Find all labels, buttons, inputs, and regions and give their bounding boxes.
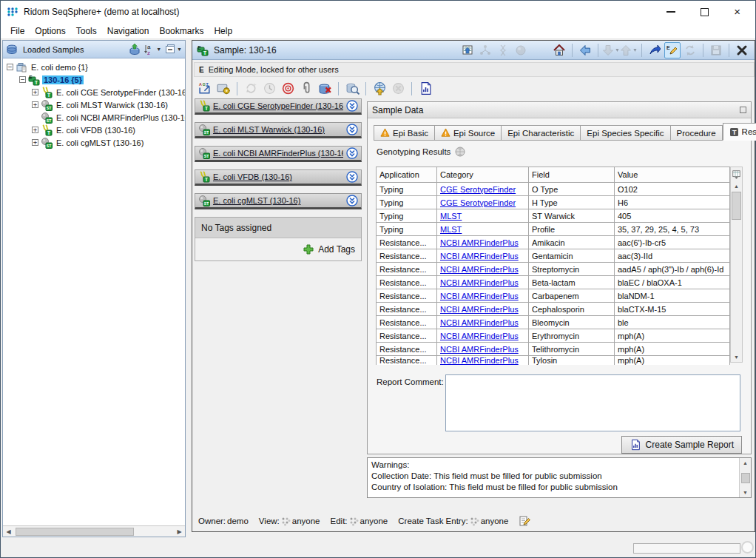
expand-expander-icon[interactable]: + xyxy=(32,89,38,95)
tree-view-button[interactable] xyxy=(477,42,493,58)
table-row[interactable]: TypingCGE SerotypeFinderO TypeO102 xyxy=(377,183,730,196)
chevron-double-down-icon[interactable] xyxy=(346,124,358,135)
category-link[interactable]: NCBI AMRFinderPlus xyxy=(440,278,519,287)
delete-sample-button[interactable] xyxy=(317,81,333,97)
chevron-double-down-icon[interactable] xyxy=(346,147,358,159)
report-button[interactable] xyxy=(417,81,433,97)
collapse-all-button[interactable]: ▼ xyxy=(164,44,182,56)
table-row[interactable]: Resistance...NCBI AMRFinderPlusAmikacina… xyxy=(377,236,730,249)
import-samples-icon[interactable] xyxy=(129,44,141,56)
save-button[interactable] xyxy=(708,42,724,58)
column-header-field[interactable]: Field xyxy=(529,167,615,183)
warnings-scrollbar[interactable]: ▲ ▼ xyxy=(739,458,751,497)
table-row[interactable]: Resistance...NCBI AMRFinderPlusCephalosp… xyxy=(377,303,730,316)
edit-mode-toggle[interactable]: E xyxy=(664,42,681,58)
chevron-double-down-icon[interactable] xyxy=(346,100,358,112)
table-row[interactable]: Resistance...NCBI AMRFinderPlusTylosinmp… xyxy=(377,356,730,366)
database-search-button[interactable] xyxy=(344,81,360,97)
target-button[interactable] xyxy=(280,81,296,97)
category-link[interactable]: NCBI AMRFinderPlus xyxy=(440,332,519,340)
category-link[interactable]: NCBI AMRFinderPlus xyxy=(440,252,519,260)
scroll-down-icon[interactable]: ▼ xyxy=(734,352,739,362)
tab-epi-characteristic[interactable]: Epi Characteristic xyxy=(502,125,581,141)
menu-item-help[interactable]: Help xyxy=(209,24,237,38)
recompute-button[interactable] xyxy=(243,81,259,97)
tree-item-e-coli-vfdb-130-16[interactable]: +TE. coli VFDB (130-16) xyxy=(3,124,185,136)
task-entry-button-e-coli-cgmlst-130-16[interactable]: STE. coli cgMLST (130-16) xyxy=(195,193,362,209)
menu-item-file[interactable]: File xyxy=(5,24,30,38)
column-header-application[interactable]: Application xyxy=(377,167,437,183)
close-sample-button[interactable] xyxy=(734,42,750,58)
tab-epi-species-specific[interactable]: Epi Species Specific xyxy=(581,125,670,141)
category-link[interactable]: NCBI AMRFinderPlus xyxy=(440,356,519,365)
tab-epi-source[interactable]: Epi Source xyxy=(435,125,502,141)
chevron-double-down-icon[interactable] xyxy=(346,195,358,206)
tab-procedure[interactable]: Procedure xyxy=(671,125,723,141)
menu-item-options[interactable]: Options xyxy=(30,24,70,38)
category-link[interactable]: MLST xyxy=(440,212,462,221)
scroll-down-icon[interactable]: ▼ xyxy=(743,488,748,497)
tree-item-e-coli-mlst-warwick-130-16[interactable]: +STE. coli MLST Warwick (130-16) xyxy=(3,98,185,111)
next-sample-button[interactable]: ▼ xyxy=(603,42,619,58)
sort-button[interactable]: az ▼ xyxy=(144,44,161,56)
scrollbar-thumb[interactable] xyxy=(16,528,134,536)
maximize-button[interactable] xyxy=(701,8,709,16)
task-entry-button-e-coli-mlst-warwick-130-16[interactable]: STE. coli MLST Warwick (130-16) xyxy=(195,122,362,138)
expand-expander-icon[interactable]: + xyxy=(32,101,38,108)
globe-icon[interactable] xyxy=(454,146,466,158)
scroll-left-icon[interactable]: ◀ xyxy=(3,526,14,537)
previous-sample-button[interactable]: ▼ xyxy=(621,42,637,58)
task-settings-button[interactable] xyxy=(215,81,232,97)
report-comment-input[interactable] xyxy=(445,374,740,431)
tree-item-e-coli-cgmlst-130-16[interactable]: +STE. coli cgMLST (130-16) xyxy=(3,136,185,149)
category-link[interactable]: MLST xyxy=(440,225,462,234)
panel-splitter[interactable] xyxy=(186,40,192,537)
tree-item-e-coli-cge-serotypefinder-130-16[interactable]: +TE. coli CGE SerotypeFinder (130-16 xyxy=(3,86,185,98)
tree-item-130-16-5[interactable]: −ET130-16 {5} xyxy=(3,73,185,86)
table-row[interactable]: TypingCGE SerotypeFinderH TypeH6 xyxy=(377,196,730,209)
edit-permissions-icon[interactable] xyxy=(519,515,530,527)
back-button[interactable] xyxy=(577,42,593,58)
menu-item-tools[interactable]: Tools xyxy=(71,24,102,38)
category-link[interactable]: CGE SerotypeFinder xyxy=(440,185,516,194)
scroll-right-icon[interactable]: ▶ xyxy=(174,526,185,537)
scrollbar-thumb[interactable] xyxy=(732,192,741,220)
maximize-panel-icon[interactable] xyxy=(740,107,746,113)
tree-horizontal-scrollbar[interactable]: ◀ ▶ xyxy=(3,525,185,537)
scrollbar-thumb[interactable] xyxy=(741,473,750,483)
home-button[interactable] xyxy=(551,42,567,58)
task-entry-button-e-coli-vfdb-130-16[interactable]: TE. coli VFDB (130-16) xyxy=(195,169,362,186)
add-tags-button[interactable]: Add Tags xyxy=(318,244,355,255)
table-vertical-scrollbar[interactable]: ▲ ▼ xyxy=(730,167,743,363)
category-link[interactable]: NCBI AMRFinderPlus xyxy=(440,305,519,314)
tab-results[interactable]: TResults xyxy=(723,123,756,141)
task-entry-button-e-coli-cge-serotypefinder-130-16[interactable]: TE. coli CGE SerotypeFinder (130-16) xyxy=(195,98,362,115)
attachment-button[interactable] xyxy=(298,81,314,97)
tree-item-e-coli-ncbi-amrfinderplus-130-16[interactable]: STE. coli NCBI AMRFinderPlus (130-16 xyxy=(3,111,185,124)
category-link[interactable]: NCBI AMRFinderPlus xyxy=(440,292,519,300)
collapse-expander-icon[interactable]: − xyxy=(7,64,13,70)
refresh-button[interactable] xyxy=(682,42,698,58)
category-link[interactable]: NCBI AMRFinderPlus xyxy=(440,318,519,327)
table-row[interactable]: Resistance...NCBI AMRFinderPlusStreptomy… xyxy=(377,263,730,276)
collapse-expander-icon[interactable]: − xyxy=(19,76,26,83)
show-in-table-button[interactable] xyxy=(459,42,476,58)
export-agt-button[interactable]: AGT xyxy=(197,81,213,97)
globe-cancel-button[interactable] xyxy=(390,81,406,97)
create-sample-report-button[interactable]: Create Sample Report xyxy=(621,436,742,454)
category-link[interactable]: NCBI AMRFinderPlus xyxy=(440,345,519,354)
submit-public-button[interactable] xyxy=(371,81,388,97)
table-row[interactable]: Resistance...NCBI AMRFinderPlusGentamici… xyxy=(377,249,730,263)
table-row[interactable]: Resistance...NCBI AMRFinderPlusBeta-lact… xyxy=(377,276,730,289)
category-link[interactable]: NCBI AMRFinderPlus xyxy=(440,238,519,247)
menu-item-navigation[interactable]: Navigation xyxy=(102,24,155,38)
history-button[interactable] xyxy=(261,81,277,97)
table-row[interactable]: TypingMLSTST Warwick405 xyxy=(377,209,730,223)
table-row[interactable]: Resistance...NCBI AMRFinderPlusErythromy… xyxy=(377,329,730,343)
category-link[interactable]: CGE SerotypeFinder xyxy=(440,198,516,207)
expand-expander-icon[interactable]: + xyxy=(32,139,38,146)
task-entry-button-e-coli-ncbi-amrfinderplus-130-16[interactable]: STE. coli NCBI AMRFinderPlus (130-16) xyxy=(195,146,362,162)
scroll-up-icon[interactable]: ▲ xyxy=(734,181,739,191)
category-link[interactable]: NCBI AMRFinderPlus xyxy=(440,265,519,274)
jump-button[interactable] xyxy=(647,42,663,58)
